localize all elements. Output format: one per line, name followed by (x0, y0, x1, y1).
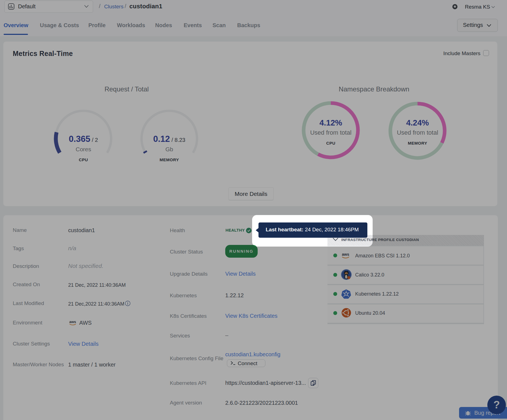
svg-text:aws: aws (69, 320, 76, 324)
svg-text:aws: aws (342, 252, 349, 257)
